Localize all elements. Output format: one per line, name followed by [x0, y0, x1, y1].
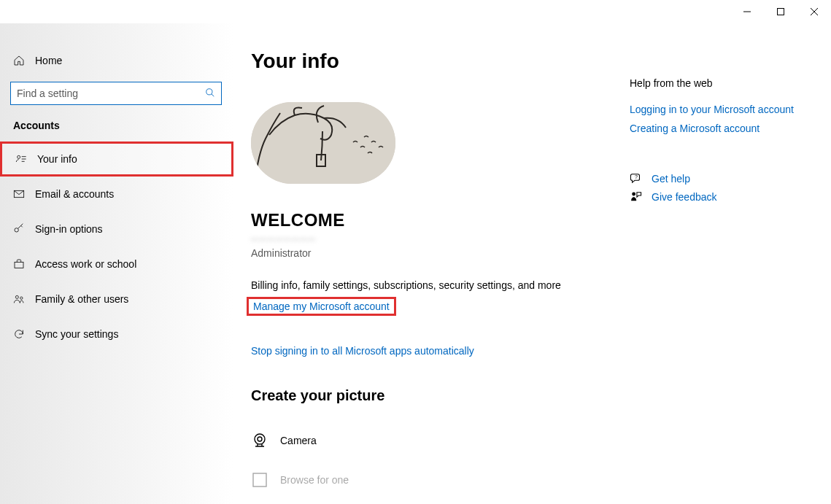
svg-point-20: [258, 437, 262, 441]
give-feedback-link[interactable]: Give feedback: [630, 190, 813, 203]
maximize-button[interactable]: [764, 0, 797, 23]
titlebar: [0, 0, 831, 23]
sidebar-item-signin-options[interactable]: Sign-in options: [0, 212, 233, 247]
svg-line-6: [212, 93, 214, 96]
sidebar-section-title: Accounts: [0, 115, 233, 141]
feedback-icon: [630, 190, 652, 203]
svg-point-19: [255, 434, 265, 444]
sidebar: Settings Home Accounts Your inf: [0, 23, 233, 504]
home-icon: [13, 55, 35, 66]
get-help-link[interactable]: ? Get help: [630, 172, 813, 185]
sidebar-item-label: Access work or school: [35, 258, 136, 270]
svg-point-23: [632, 192, 635, 195]
sidebar-item-your-info[interactable]: Your info: [0, 141, 233, 177]
help-title: Help from the web: [630, 77, 813, 89]
svg-point-5: [206, 88, 212, 94]
mail-icon: [13, 188, 35, 200]
svg-text:?: ?: [635, 174, 638, 180]
nav-home[interactable]: Home: [0, 45, 233, 76]
browse-icon: [251, 471, 280, 489]
sidebar-item-access-work-school[interactable]: Access work or school: [0, 247, 233, 282]
profile-picture: [251, 102, 395, 184]
search-box[interactable]: [10, 82, 222, 105]
svg-rect-15: [15, 262, 23, 268]
sidebar-item-family-users[interactable]: Family & other users: [0, 282, 233, 317]
svg-rect-21: [253, 473, 266, 486]
back-button[interactable]: [10, 23, 39, 35]
key-icon: [13, 223, 35, 235]
user-email: ────────: [251, 233, 624, 244]
stop-signin-link[interactable]: Stop signing in to all Microsoft apps au…: [251, 345, 474, 357]
sidebar-item-label: Your info: [37, 153, 77, 165]
sync-icon: [13, 328, 35, 340]
manage-account-link[interactable]: Manage my Microsoft account: [247, 297, 396, 316]
content-area: Your info WELCOME ──────── Administrator…: [233, 23, 831, 504]
svg-point-17: [20, 297, 23, 299]
get-help-icon: ?: [630, 172, 652, 185]
camera-option[interactable]: Camera: [251, 423, 624, 458]
user-role: Administrator: [251, 247, 624, 259]
sidebar-item-label: Sign-in options: [35, 223, 103, 235]
svg-point-16: [15, 295, 18, 298]
page-title: Your info: [251, 50, 624, 73]
camera-label: Camera: [280, 435, 317, 446]
browse-label: Browse for one: [280, 474, 349, 486]
camera-icon: [251, 432, 280, 449]
sidebar-item-label: Family & other users: [35, 293, 128, 305]
help-link-create[interactable]: Creating a Microsoft account: [630, 123, 813, 134]
svg-rect-1: [778, 9, 784, 15]
svg-point-12: [15, 228, 18, 232]
sidebar-item-label: Email & accounts: [35, 188, 114, 200]
people-icon: [13, 293, 35, 305]
svg-line-13: [18, 224, 23, 229]
search-icon: [205, 88, 215, 100]
svg-point-7: [18, 155, 20, 158]
person-card-icon: [15, 153, 37, 165]
briefcase-icon: [13, 258, 35, 270]
billing-description: Billing info, family settings, subscript…: [251, 279, 624, 291]
help-panel: Help from the web Logging in to your Mic…: [624, 31, 813, 504]
get-help-label: Get help: [652, 173, 690, 185]
minimize-button[interactable]: [730, 0, 764, 23]
user-name: WELCOME: [251, 210, 624, 230]
sidebar-item-label: Sync your settings: [35, 328, 118, 340]
search-input[interactable]: [17, 88, 205, 99]
nav-home-label: Home: [35, 55, 62, 66]
sidebar-item-email-accounts[interactable]: Email & accounts: [0, 177, 233, 212]
close-button[interactable]: [797, 0, 831, 23]
help-link-login[interactable]: Logging in to your Microsoft account: [630, 104, 813, 115]
give-feedback-label: Give feedback: [652, 191, 717, 203]
browse-option[interactable]: Browse for one: [251, 462, 624, 497]
create-picture-heading: Create your picture: [251, 387, 624, 404]
svg-line-14: [21, 225, 23, 227]
sidebar-item-sync-settings[interactable]: Sync your settings: [0, 317, 233, 352]
svg-rect-18: [251, 102, 395, 184]
